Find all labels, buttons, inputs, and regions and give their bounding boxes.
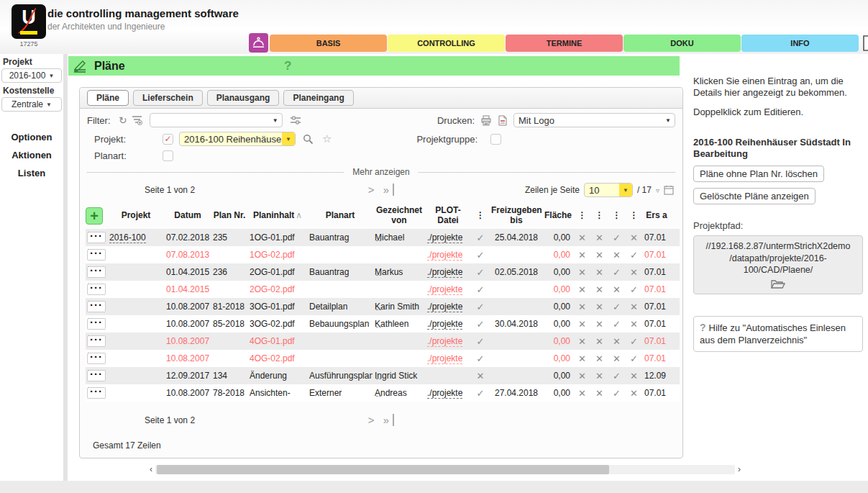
- sidebar-link-aktionen[interactable]: Aktionen: [0, 150, 63, 160]
- nav-tab-controlling[interactable]: CONTROLLING: [388, 35, 505, 52]
- column-header--[interactable]: ⋮: [574, 209, 590, 222]
- favorite-star-icon[interactable]: ☆: [322, 132, 332, 145]
- help-icon[interactable]: ?: [284, 59, 291, 73]
- table-row[interactable]: ···10.08.20074OG-01.pdf./projekte✓0,00✕✕…: [86, 333, 680, 350]
- cell-status-3: ✕: [608, 350, 625, 367]
- row-menu-button[interactable]: ···: [87, 249, 106, 261]
- column-header-plan-nr-[interactable]: Plan Nr.: [211, 209, 247, 222]
- row-menu-button[interactable]: ···: [87, 232, 106, 243]
- column-header-projekt[interactable]: Projekt: [108, 209, 164, 222]
- nav-tab-info[interactable]: INFO: [741, 35, 859, 52]
- tab-planeingang[interactable]: Planeingang: [283, 90, 353, 106]
- scrollbar-thumb[interactable]: [157, 465, 609, 474]
- menu-cloche-icon[interactable]: [249, 33, 268, 53]
- table-row[interactable]: ···01.04.20152OG-02.pdf./projekte✓0,00✕✕…: [86, 281, 680, 298]
- search-icon[interactable]: [303, 134, 314, 145]
- sidebar-link-optionen[interactable]: Optionen: [0, 132, 63, 143]
- table-row[interactable]: ···01.04.20152362OG-01.pdfBauantragMarku…: [86, 263, 680, 281]
- row-menu-button[interactable]: ···: [87, 387, 106, 399]
- column-header-planinhalt[interactable]: Planinhalt∧: [248, 209, 307, 222]
- plot-file-link[interactable]: ./projekte: [427, 336, 462, 347]
- project-label: Projekt: [0, 57, 63, 67]
- open-folder-icon[interactable]: [697, 279, 859, 289]
- row-menu-button[interactable]: ···: [87, 301, 106, 312]
- column-header-plot-datei[interactable]: PLOT-Datei: [426, 204, 470, 227]
- calendar-icon[interactable]: [664, 185, 674, 195]
- cell-gezeichnet-von: Michael: [373, 229, 425, 246]
- plot-file-link[interactable]: ./projekte: [427, 302, 462, 312]
- row-menu-button[interactable]: ···: [87, 318, 106, 330]
- nav-tab-doku[interactable]: DOKU: [623, 35, 741, 52]
- plot-file-link[interactable]: ./projekte: [427, 353, 462, 364]
- table-row[interactable]: ···10.08.200785-20183OG-02.pdfBebauungsp…: [86, 315, 680, 333]
- column-header--[interactable]: ⋮: [471, 209, 490, 222]
- row-menu-button[interactable]: ···: [87, 266, 106, 278]
- sidebar-link-listen[interactable]: Listen: [0, 168, 63, 178]
- last-page-button[interactable]: »: [383, 184, 394, 196]
- column-header-gezeichnet-von[interactable]: Gezeichnet von: [373, 204, 425, 227]
- next-page-button[interactable]: >: [368, 414, 378, 426]
- mehr-anzeigen-link[interactable]: Mehr anzeigen: [344, 167, 418, 177]
- column-header-datum[interactable]: Datum: [165, 209, 211, 222]
- table-row[interactable]: ···12.09.2017134ÄnderungAusführungsplanI…: [86, 367, 680, 384]
- costcenter-select[interactable]: Zentrale ▼: [1, 97, 62, 112]
- project-link[interactable]: 2016-100: [109, 232, 146, 243]
- tab-lieferschein[interactable]: Lieferschein: [133, 90, 203, 106]
- nav-tab-basis[interactable]: BASIS: [270, 35, 387, 52]
- tab-planausgang[interactable]: Planausgang: [207, 90, 280, 106]
- scrollbar-track[interactable]: [155, 465, 735, 474]
- table-row[interactable]: ···07.08.20131OG-02.pdf./projekte✓0,00✕✕…: [86, 246, 680, 263]
- cell-flaeche: 0,00: [543, 315, 573, 333]
- row-menu-button[interactable]: ···: [87, 353, 106, 364]
- tab-pläne[interactable]: Pläne: [87, 90, 129, 106]
- column-header--[interactable]: ⋮: [608, 209, 625, 222]
- scroll-left-arrow[interactable]: ‹: [147, 464, 155, 474]
- last-page-button[interactable]: »: [383, 414, 394, 426]
- show-deleted-plans-button[interactable]: Gelöschte Pläne anzeigen: [693, 188, 816, 204]
- plot-file-link[interactable]: ./projekte: [427, 267, 462, 278]
- plot-file-link[interactable]: ./projekte: [427, 250, 462, 261]
- printer-icon[interactable]: [480, 115, 492, 126]
- plot-file-link[interactable]: ./projekte: [427, 388, 462, 399]
- cell-erstellt-am: 07.01: [643, 333, 670, 350]
- delete-plans-button[interactable]: Pläne ohne Plan Nr. löschen: [693, 166, 824, 182]
- rows-per-page-select[interactable]: 10 ▼: [584, 183, 633, 197]
- auto-import-help-link[interactable]: ?Hilfe zu "Automatisches Einlesen aus de…: [693, 316, 863, 352]
- column-header--[interactable]: ⋮: [626, 209, 642, 222]
- column-header-ers-a[interactable]: Ers a: [643, 209, 670, 222]
- row-menu-button[interactable]: ···: [87, 284, 106, 295]
- next-page-button[interactable]: >: [368, 184, 378, 196]
- column-header-planart[interactable]: Planart: [308, 209, 373, 222]
- table-row[interactable]: ···2016-10007.02.20182351OG-01.pdfBauant…: [86, 229, 680, 246]
- pdf-export-icon[interactable]: [498, 115, 508, 126]
- cell-planinhalt: 4OG-02.pdf: [248, 350, 307, 367]
- cell-erstellt-am: 07.01: [643, 281, 670, 298]
- column-header-fl-che[interactable]: Fläche: [543, 209, 573, 222]
- plot-file-link[interactable]: ./projekte: [427, 232, 462, 243]
- column-header--[interactable]: ⋮: [591, 209, 608, 222]
- projekt-filter-checkbox[interactable]: ✓: [163, 134, 173, 145]
- table-row[interactable]: ···10.08.200781-20183OG-01.pdfDetailplan…: [86, 298, 680, 315]
- collapse-icon[interactable]: ▿: [656, 186, 659, 194]
- nav-tab-termine[interactable]: TERMINE: [506, 35, 623, 52]
- row-menu-button[interactable]: ···: [87, 335, 106, 347]
- refresh-icon[interactable]: ↻: [119, 114, 127, 126]
- print-logo-select[interactable]: Mit Logo ▼: [513, 113, 675, 127]
- projekt-filter-select[interactable]: 2016-100 Reihenhäuser S ▼: [179, 132, 296, 146]
- help-icon: ?: [700, 322, 706, 333]
- project-select[interactable]: 2016-100 ▼: [1, 68, 62, 83]
- column-settings-icon[interactable]: [290, 115, 301, 125]
- add-plan-button[interactable]: +: [86, 207, 103, 225]
- table-row[interactable]: ···10.08.200778-2018Ansichten-ExternerAn…: [86, 384, 680, 402]
- plot-file-link[interactable]: ./projekte: [427, 284, 462, 295]
- cell-planinhalt: Änderung: [248, 367, 307, 384]
- row-menu-button[interactable]: ···: [87, 370, 106, 381]
- projektgruppe-checkbox[interactable]: [490, 134, 501, 145]
- logout-icon[interactable]: [862, 34, 868, 53]
- plot-file-link[interactable]: ./projekte: [427, 319, 462, 330]
- saved-filter-select[interactable]: ▼: [150, 113, 283, 127]
- column-header-freizugeben-bis[interactable]: Freizugeben bis: [490, 204, 542, 227]
- table-row[interactable]: ···10.08.20074OG-02.pdf./projekte✓0,00✕✕…: [86, 350, 680, 367]
- planart-checkbox[interactable]: [163, 150, 173, 161]
- add-filter-icon[interactable]: [132, 115, 142, 125]
